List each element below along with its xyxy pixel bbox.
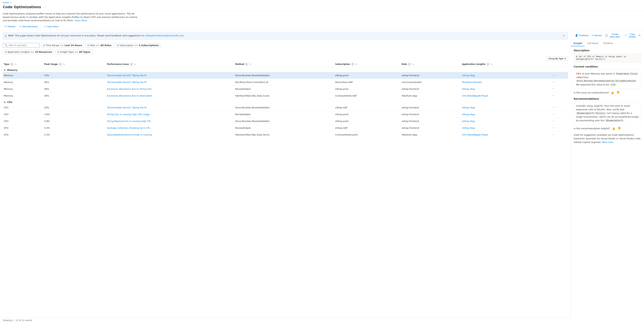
ai-cell[interactable]: eShop-diag: [461, 118, 550, 124]
issue-cell[interactable]: QueryableExtensions.Include is causing: [106, 131, 234, 138]
peak-info-icon[interactable]: i: [59, 63, 62, 66]
banner-close-button[interactable]: ×: [562, 34, 565, 38]
type-sort[interactable]: ↑↓: [14, 64, 16, 65]
insight-type-filter[interactable]: ⊟ Insight Type == All Types: [55, 50, 92, 54]
app-container: Home > Code Optimizations ··· Code Optim…: [0, 0, 644, 323]
tab-call-stack[interactable]: Call Stack: [585, 40, 601, 46]
issue-cell[interactable]: Garbage Collection Showing Up in CPL: [106, 124, 234, 131]
row-actions-cell: ···: [550, 111, 568, 118]
role-info-icon[interactable]: i: [408, 63, 410, 66]
rp-tabs: Insight Call Stack Timeline: [571, 40, 644, 46]
row-menu-button[interactable]: ···: [551, 106, 556, 110]
type-cell: Memory: [3, 86, 43, 92]
row-menu-button[interactable]: ···: [551, 94, 556, 98]
sub-info-icon[interactable]: i: [352, 63, 354, 66]
issue-cell[interactable]: 'IEnumerable.ToList()' Taking Too M: [106, 79, 234, 86]
filter-icon-time: ⊟: [43, 44, 45, 46]
table-row[interactable]: CPU 3.4% Garbage Collection Showing Up i…: [3, 124, 568, 131]
row-menu-button[interactable]: ···: [551, 126, 556, 130]
breadcrumb-home[interactable]: Home: [3, 2, 9, 4]
role-cell: eshop-frontend: [401, 118, 461, 124]
ai-cell[interactable]: eShop-diag: [461, 72, 550, 79]
type-cell: CPU: [3, 131, 43, 138]
table-row[interactable]: Memory 34% Excessive allocations due to …: [3, 92, 568, 99]
accuracy-thumbdown-button[interactable]: 👎: [616, 90, 620, 94]
sub-sort[interactable]: ↑↓: [355, 64, 357, 65]
group-by-button[interactable]: Group By Type ▾: [546, 56, 568, 61]
feedback-button[interactable]: 👤 Feedback: [574, 33, 590, 38]
issue-cell[interactable]: Excessive allocations due to InternalSet: [106, 92, 234, 99]
perf-info-icon[interactable]: i: [130, 63, 132, 66]
ai-cell[interactable]: MvcMusicStore01: [461, 79, 550, 86]
ai-info-icon[interactable]: i: [487, 63, 489, 66]
row-menu-button[interactable]: ···: [551, 119, 556, 123]
dismiss-button[interactable]: ≡ Dismiss: [590, 33, 603, 38]
group-header-memory[interactable]: ∨ Memory: [3, 67, 568, 72]
refresh-button[interactable]: ↻ Refresh: [3, 24, 17, 29]
create-work-item-button[interactable]: 📋 Create Work Item: [604, 32, 622, 39]
row-menu-button[interactable]: ···: [551, 80, 556, 84]
table-row[interactable]: Memory 36% 'IEnumerable.ToList()' Taking…: [3, 79, 568, 86]
ellipsis-button[interactable]: ···: [42, 5, 47, 9]
peak-cell: 2.5%: [43, 131, 106, 138]
view-dismissed-button[interactable]: ≡ View dismissed: [18, 24, 39, 29]
search-input[interactable]: [8, 44, 38, 46]
table-row[interactable]: CPU 3.8% String.Ctor is causing high CPU…: [3, 111, 568, 118]
table-row[interactable]: CPU 10% 'IEnumerable.ToList()' Taking To…: [3, 104, 568, 111]
ai-cell[interactable]: eShop-diag: [461, 124, 550, 131]
description-box: A lot of CPU or Memory is being spent in…: [574, 54, 641, 62]
ai-cell[interactable]: CH1-RetailAppAI-Prepd: [461, 131, 550, 138]
tab-timeline[interactable]: Timeline: [601, 40, 615, 46]
peak-sort[interactable]: ↑↓: [63, 64, 65, 65]
recommendations-box: Consider using List<T> from the start to…: [574, 102, 641, 125]
app-insights-filter[interactable]: ⊟ Application Insights == 10 Resources: [3, 50, 54, 54]
issue-cell[interactable]: 'IEnumerable.ToList()' Taking Too M: [106, 104, 234, 111]
copy-details-button[interactable]: 📄 Copy Details: [623, 32, 638, 39]
more-here-link[interactable]: More here.: [602, 141, 614, 144]
subscription-filter[interactable]: ⊟ Subscription == 4 Subscriptions: [115, 43, 160, 48]
accuracy-thumbup-button[interactable]: 👍: [610, 90, 614, 94]
tab-insight[interactable]: Insight: [571, 40, 585, 46]
type-info-icon[interactable]: i: [10, 63, 13, 66]
banner-email-link[interactable]: codeoptimizations@microsoft.com: [144, 34, 184, 37]
learn-more-button[interactable]: ↗ Learn More: [42, 24, 60, 29]
table-row[interactable]: CPU 3.8% String.ReplaceCore is causing h…: [3, 118, 568, 124]
breadcrumb: Home >: [3, 2, 641, 4]
ai-cell[interactable]: eShop-diag: [461, 86, 550, 92]
right-panel-close-button[interactable]: ×: [638, 33, 641, 38]
perf-sort[interactable]: ↑↓: [134, 64, 136, 65]
recommendations-section: Recommendations Consider using List<T> f…: [574, 98, 641, 130]
col-performance-issue: Performance Issue i ↑↓: [106, 62, 234, 67]
row-menu-button[interactable]: ···: [551, 133, 556, 136]
ai-cell[interactable]: eShop-diag: [461, 104, 550, 111]
filter-icon-ai: ⊟: [5, 50, 6, 53]
role-sort[interactable]: ↑↓: [412, 64, 414, 65]
table-row[interactable]: Memory 74% 'IEnumerable.ToList()' Taking…: [3, 72, 568, 79]
issue-cell[interactable]: String.ReplaceCore is causing high CPL: [106, 118, 234, 124]
type-cell: Memory: [3, 79, 43, 86]
method-cell: ReviewHelper.: [234, 86, 334, 92]
helpful-thumbdown-button[interactable]: 👎: [617, 126, 621, 130]
row-menu-button[interactable]: ···: [551, 112, 556, 116]
ai-sort[interactable]: ↑↓: [490, 64, 493, 65]
issue-cell[interactable]: String.Ctor is causing high CPU usage: [106, 111, 234, 118]
filter-icon-subscription: ⊟: [117, 44, 119, 46]
ai-cell[interactable]: CH1-RetailAppAI-Prepd: [461, 92, 550, 99]
row-menu-button[interactable]: ···: [551, 87, 556, 91]
subscription-cell: ContosoHotels-UAT: [334, 92, 401, 99]
method-info-icon[interactable]: i: [245, 63, 248, 66]
group-header-cpu[interactable]: ∨ CPU: [3, 99, 568, 104]
banner-text: NEW: This page shows Code Optimizations …: [8, 34, 561, 37]
table-row[interactable]: Memory 36% Excessive allocations due to …: [3, 86, 568, 92]
role-filter[interactable]: ⊟ Role == All Roles: [86, 43, 113, 48]
page-title: Code Optimizations: [3, 5, 41, 9]
table-row[interactable]: CPU 2.5% QueryableExtensions.Include is …: [3, 131, 568, 138]
time-range-filter[interactable]: ⊟ Time Range == Last 24 Hours: [41, 43, 84, 48]
helpful-thumbup-button[interactable]: 👍: [612, 126, 616, 130]
row-menu-button[interactable]: ···: [551, 74, 556, 77]
method-sort[interactable]: ↑↓: [249, 64, 251, 65]
issue-cell[interactable]: Excessive allocations due to String.Ctor: [106, 86, 234, 92]
issue-cell[interactable]: 'IEnumerable.ToList()' Taking Too M: [106, 72, 234, 79]
description-learn-more-link[interactable]: Learn More.: [74, 19, 88, 22]
ai-cell[interactable]: eShop-diag: [461, 111, 550, 118]
